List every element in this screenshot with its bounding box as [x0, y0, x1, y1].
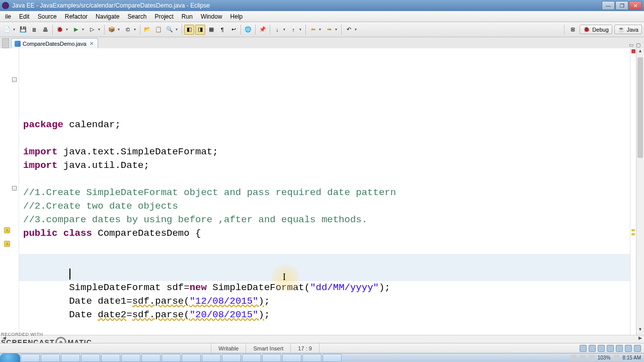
taskbar-item[interactable]	[302, 354, 321, 362]
toggle-breadcrumb-button[interactable]: ◧	[184, 25, 194, 35]
warning-marker-icon[interactable]: ⚠	[4, 227, 10, 233]
last-edit-button[interactable]: ↶	[344, 25, 354, 35]
java-perspective-button[interactable]: ☕Java	[614, 25, 642, 34]
menu-run[interactable]: Run	[178, 12, 197, 21]
menu-ile[interactable]: ile	[1, 12, 15, 21]
code-line[interactable]	[23, 132, 626, 145]
prev-annotation-button[interactable]: ↑	[288, 25, 298, 35]
new-package-button[interactable]: 📦	[107, 25, 117, 35]
taskbar-item[interactable]	[182, 354, 201, 362]
taskbar-item[interactable]	[222, 354, 241, 362]
scroll-down-button[interactable]: ▼	[636, 327, 644, 335]
toggle-block-button[interactable]: ▦	[206, 25, 216, 35]
toggle-mark-button[interactable]: ◨	[195, 25, 205, 35]
taskbar-item[interactable]	[21, 354, 40, 362]
fold-toggle[interactable]: –	[12, 186, 17, 191]
tray-icon[interactable]	[589, 355, 595, 361]
tray-icon[interactable]	[571, 355, 577, 361]
menu-window[interactable]: Window	[197, 12, 226, 21]
show-whitespace-button[interactable]: ¶	[217, 25, 227, 35]
tray-icon[interactable]	[589, 345, 596, 352]
tray-icon[interactable]	[607, 345, 614, 352]
new-dropdown[interactable]: ▾	[13, 27, 17, 32]
code-line[interactable]: public class CompareDatesDemo {	[23, 227, 626, 240]
scrollbar-thumb[interactable]	[637, 57, 643, 158]
editor-tab[interactable]: CompareDatesDemo.java ✕	[11, 38, 98, 48]
web-browser-button[interactable]: 🌐	[243, 25, 253, 35]
minimize-view-icon[interactable]: ▭	[629, 42, 635, 48]
taskbar-item[interactable]	[81, 354, 100, 362]
code-line[interactable]: SimpleDateFormat sdf=new SimpleDateForma…	[23, 281, 626, 295]
scrollbar-track[interactable]	[8, 335, 636, 343]
tray-icon[interactable]	[616, 345, 623, 352]
taskbar-item[interactable]	[61, 354, 80, 362]
code-line[interactable]: //1.Create SimpleDateFormat object and p…	[23, 186, 626, 200]
save-button[interactable]: 💾	[18, 25, 28, 35]
scroll-right-button[interactable]: ▶	[636, 335, 644, 343]
code-line[interactable]	[23, 240, 626, 254]
taskbar-item[interactable]	[141, 354, 160, 362]
menu-project[interactable]: Project	[151, 12, 178, 21]
start-button[interactable]	[0, 353, 20, 362]
menu-help[interactable]: Help	[226, 12, 247, 21]
open-task-button[interactable]: 📋	[153, 25, 164, 35]
menu-source[interactable]: Source	[34, 12, 61, 21]
tray-icon[interactable]	[613, 355, 619, 361]
run-last-button[interactable]: ▷	[87, 25, 97, 35]
code-line[interactable]: //3.compare dates by using before ,after…	[23, 213, 626, 227]
maximize-button[interactable]: ❐	[615, 1, 628, 10]
tray-icon[interactable]	[580, 355, 586, 361]
pin-button[interactable]: 📌	[258, 25, 268, 35]
warning-marker-icon[interactable]: ⚠	[4, 241, 10, 247]
toggle-word-wrap-button[interactable]: ↩	[228, 25, 238, 35]
close-tab-button[interactable]: ✕	[89, 41, 95, 47]
open-type-button[interactable]: 📂	[142, 25, 152, 35]
back-button[interactable]: ⬅	[308, 25, 318, 35]
tray-icon[interactable]	[598, 345, 605, 352]
print-button[interactable]: 🖶	[40, 25, 50, 35]
scroll-left-button[interactable]: ◀	[0, 335, 8, 343]
menu-refactor[interactable]: Refactor	[61, 12, 92, 21]
code-line[interactable]: import java.util.Date;	[23, 159, 626, 172]
menu-edit[interactable]: Edit	[15, 12, 34, 21]
code-line[interactable]: Date date1=sdf.parse("12/08/2015");	[23, 295, 626, 308]
code-line[interactable]	[23, 172, 626, 186]
menu-search[interactable]: Search	[123, 12, 150, 21]
forward-button[interactable]: ➡	[324, 25, 334, 35]
menu-navigate[interactable]: Navigate	[92, 12, 123, 21]
overview-ruler[interactable]	[630, 48, 636, 335]
taskbar-item[interactable]	[262, 354, 281, 362]
tray-icon[interactable]	[580, 345, 587, 352]
tray-icon[interactable]	[625, 345, 632, 352]
close-button[interactable]: ✕	[629, 1, 642, 10]
maximize-view-icon[interactable]: ▢	[636, 42, 642, 48]
code-line[interactable]	[23, 322, 626, 335]
new-class-button[interactable]: ©	[123, 25, 133, 35]
taskbar-item[interactable]	[121, 354, 140, 362]
code-line[interactable]: Date date2=sdf.parse("20/08/2015");	[23, 308, 626, 322]
fold-toggle[interactable]: –	[12, 77, 17, 82]
code-editor[interactable]: I package calendar; import java.text.Sim…	[19, 48, 630, 335]
minimize-button[interactable]: —	[602, 1, 615, 10]
open-perspective-button[interactable]: ⊞	[568, 25, 578, 35]
taskbar-item[interactable]	[242, 354, 261, 362]
new-button[interactable]: 📄	[2, 25, 12, 35]
save-all-button[interactable]: 🗎	[29, 25, 39, 35]
clock[interactable]: 8:15 AM	[622, 355, 641, 360]
code-line[interactable]: //2.Create two date objects	[23, 200, 626, 213]
code-line[interactable]: package calendar;	[23, 118, 626, 132]
code-line[interactable]: import java.text.SimpleDateFormat;	[23, 145, 626, 159]
taskbar-item[interactable]	[202, 354, 221, 362]
search-button[interactable]: 🔍	[165, 25, 175, 35]
horizontal-scrollbar[interactable]: ◀ ▶	[0, 335, 644, 343]
taskbar-item[interactable]	[282, 354, 301, 362]
debug-button[interactable]: 🐞	[55, 25, 65, 35]
taskbar-item[interactable]	[323, 354, 342, 362]
next-annotation-button[interactable]: ↓	[272, 25, 282, 35]
taskbar-item[interactable]	[101, 354, 120, 362]
editor-gutter[interactable]: – – ⚠ ⚠	[0, 48, 19, 335]
taskbar-item[interactable]	[162, 354, 181, 362]
vertical-scrollbar[interactable]: ▲ ▼	[636, 48, 644, 335]
taskbar-item[interactable]	[41, 354, 60, 362]
scroll-up-button[interactable]: ▲	[636, 48, 644, 56]
